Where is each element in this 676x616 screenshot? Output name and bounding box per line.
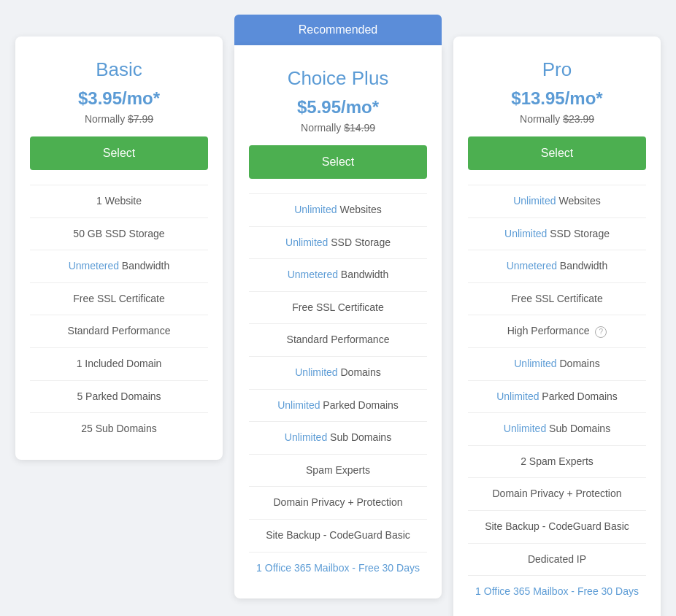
basic-feature-5: Standard Performance <box>30 315 208 347</box>
pro-feature-2: Unlimited SSD Storage <box>468 217 646 250</box>
pro-normal-price: Normally $23.99 <box>468 113 646 125</box>
pro-feature-3: Unmetered Bandwidth <box>468 250 646 282</box>
basic-plan-card: Basic $3.95/mo* Normally $7.99 Select 1 … <box>15 36 223 460</box>
info-icon[interactable]: ? <box>595 326 607 338</box>
pro-feature-8: Unlimited Sub Domains <box>468 412 646 445</box>
choice-plus-normal-price: Normally $14.99 <box>249 122 427 134</box>
basic-feature-2: 50 GB SSD Storage <box>30 217 208 250</box>
cp-feature-7: Unlimited Parked Domains <box>249 389 427 422</box>
choice-plus-plan-card: Choice Plus $5.95/mo* Normally $14.99 Se… <box>234 45 442 598</box>
cp-feature-1: Unlimited Websites <box>249 193 427 226</box>
pro-feature-11: Site Backup - CodeGuard Basic <box>468 510 646 543</box>
cp-feature-11: Site Backup - CodeGuard Basic <box>249 519 427 552</box>
pro-feature-7: Unlimited Parked Domains <box>468 380 646 413</box>
pro-feature-5: High Performance ? <box>468 315 646 347</box>
pro-plan-price: $13.95/mo* <box>468 88 646 109</box>
pro-plan-card: Pro $13.95/mo* Normally $23.99 Select Un… <box>453 36 661 616</box>
cp-feature-9: Spam Experts <box>249 454 427 487</box>
pro-feature-6: Unlimited Domains <box>468 347 646 380</box>
choice-plus-plan-price: $5.95/mo* <box>249 97 427 118</box>
pro-plan-name: Pro <box>468 58 646 81</box>
basic-feature-7: 5 Parked Domains <box>30 380 208 413</box>
basic-normal-price: Normally $7.99 <box>30 113 208 125</box>
cp-feature-5: Standard Performance <box>249 323 427 356</box>
cp-feature-12[interactable]: 1 Office 365 Mailbox - Free 30 Days <box>249 552 427 585</box>
recommended-badge: Recommended <box>234 15 442 45</box>
cp-feature-2: Unlimited SSD Storage <box>249 226 427 259</box>
basic-feature-3: Unmetered Bandwidth <box>30 250 208 282</box>
cp-feature-3: Unmetered Bandwidth <box>249 258 427 291</box>
pro-feature-1: Unlimited Websites <box>468 185 646 217</box>
pro-plan-column: Pro $13.95/mo* Normally $23.99 Select Un… <box>453 15 661 616</box>
basic-plan-price: $3.95/mo* <box>30 88 208 109</box>
plans-container: Basic $3.95/mo* Normally $7.99 Select 1 … <box>9 15 667 616</box>
pro-feature-4: Free SSL Certificate <box>468 282 646 315</box>
choice-plus-plan-name: Choice Plus <box>249 67 427 90</box>
pro-feature-13[interactable]: 1 Office 365 Mailbox - Free 30 Days <box>468 575 646 608</box>
cp-feature-8: Unlimited Sub Domains <box>249 421 427 454</box>
pro-feature-9: 2 Spam Experts <box>468 445 646 478</box>
pro-feature-10: Domain Privacy + Protection <box>468 477 646 510</box>
pro-select-button[interactable]: Select <box>468 136 646 170</box>
basic-feature-4: Free SSL Certificate <box>30 282 208 315</box>
basic-plan-name: Basic <box>30 58 208 81</box>
cp-feature-4: Free SSL Certificate <box>249 291 427 324</box>
cp-feature-6: Unlimited Domains <box>249 356 427 389</box>
cp-feature-10: Domain Privacy + Protection <box>249 486 427 519</box>
basic-feature-8: 25 Sub Domains <box>30 412 208 445</box>
choice-plus-plan-column: Recommended Choice Plus $5.95/mo* Normal… <box>234 15 442 598</box>
pro-feature-12: Dedicated IP <box>468 543 646 576</box>
basic-feature-6: 1 Included Domain <box>30 347 208 380</box>
basic-plan-column: Basic $3.95/mo* Normally $7.99 Select 1 … <box>15 15 223 460</box>
choice-plus-select-button[interactable]: Select <box>249 145 427 179</box>
basic-feature-1: 1 Website <box>30 185 208 217</box>
basic-select-button[interactable]: Select <box>30 136 208 170</box>
